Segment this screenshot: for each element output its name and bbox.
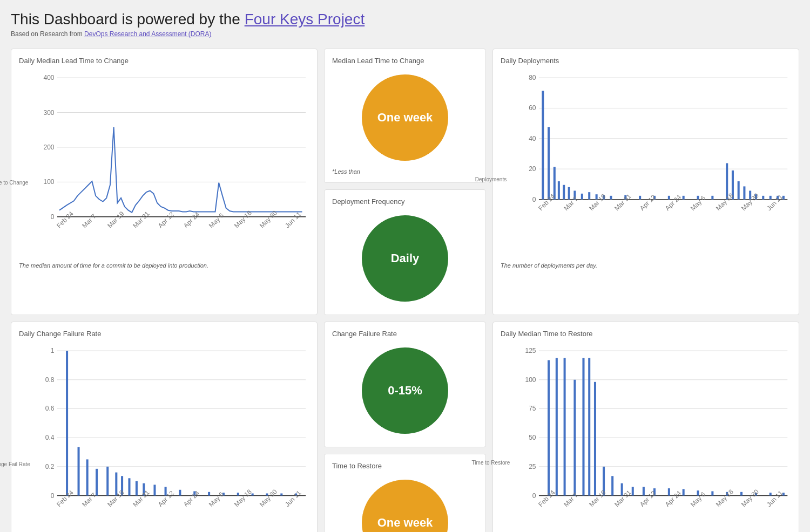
svg-text:Apr 24: Apr 24 (664, 489, 683, 508)
svg-rect-37 (568, 187, 570, 200)
svg-text:Feb 24: Feb 24 (537, 488, 557, 508)
dora-link[interactable]: DevOps Research and Assessment (DORA) (84, 30, 211, 38)
svg-rect-92 (136, 481, 138, 496)
svg-text:May 30: May 30 (258, 488, 279, 508)
deployment-frequency-title: Deployment Frequency (332, 197, 404, 206)
lead-time-chart-title: Daily Median Lead Time to Change (19, 57, 309, 65)
svg-text:Jun 11: Jun 11 (284, 210, 303, 230)
svg-rect-146 (740, 492, 742, 496)
svg-rect-47 (668, 196, 670, 200)
svg-rect-34 (554, 167, 556, 199)
four-keys-link[interactable]: Four Keys Project (245, 11, 365, 28)
svg-rect-43 (610, 196, 612, 200)
dashboard-grid: Daily Median Lead Time to Change Time to… (11, 49, 799, 532)
svg-rect-131 (573, 380, 576, 496)
svg-rect-98 (208, 492, 210, 496)
lead-time-chart-caption: The median amount of time for a commit t… (19, 262, 309, 270)
svg-text:80: 80 (529, 74, 536, 81)
lead-time-chart-wrapper: Time to Change 400 300 200 100 0 Feb (19, 69, 309, 257)
svg-text:Mar 31: Mar 31 (613, 193, 633, 213)
svg-rect-54 (743, 186, 745, 199)
svg-rect-85 (78, 447, 80, 496)
svg-text:Apr 12: Apr 12 (638, 193, 657, 212)
svg-text:400: 400 (43, 74, 54, 81)
svg-text:Mar 19: Mar 19 (588, 488, 608, 508)
daily-deployments-y-axis-label: Deployments (475, 176, 507, 182)
svg-rect-134 (594, 382, 596, 496)
svg-rect-48 (683, 196, 685, 200)
daily-time-to-restore-chart-wrapper: Time to Restore 125 100 75 50 25 0 (501, 342, 791, 532)
svg-text:200: 200 (43, 144, 54, 151)
svg-text:0: 0 (532, 196, 536, 203)
center-column-top: Median Lead Time to Change One week *Les… (324, 49, 486, 315)
lead-time-svg: 400 300 200 100 0 Feb 24 Mar 7 Mar 19 (34, 69, 309, 228)
svg-rect-133 (588, 358, 590, 496)
svg-text:Apr 12: Apr 12 (157, 210, 176, 229)
svg-text:Jun 11: Jun 11 (284, 489, 303, 508)
page-subtitle: Based on Research from DevOps Research a… (11, 30, 799, 38)
svg-text:Jun 11: Jun 11 (765, 193, 785, 212)
svg-text:0.6: 0.6 (45, 405, 55, 412)
svg-text:Mar 31: Mar 31 (131, 210, 151, 230)
svg-rect-58 (770, 196, 772, 200)
time-to-restore-metric-card: Time to Restore One week *Less than (324, 454, 486, 532)
svg-rect-144 (711, 491, 713, 495)
svg-text:20: 20 (529, 165, 536, 173)
page-title: This Dashboard is powered by the Four Ke… (11, 11, 799, 28)
svg-text:60: 60 (529, 104, 536, 112)
svg-rect-86 (86, 459, 89, 495)
daily-time-to-restore-card: Daily Median Time to Restore Time to Res… (492, 322, 799, 532)
svg-rect-94 (153, 485, 156, 495)
median-lead-time-circle: One week (362, 74, 448, 161)
svg-rect-132 (582, 358, 584, 496)
svg-rect-84 (66, 351, 68, 495)
svg-text:Mar 19: Mar 19 (106, 210, 126, 230)
svg-rect-33 (548, 127, 550, 199)
svg-text:40: 40 (529, 135, 536, 142)
svg-text:100: 100 (43, 178, 54, 186)
svg-rect-142 (683, 489, 685, 495)
svg-text:125: 125 (525, 347, 536, 354)
daily-deployments-caption: The number of deployments per day. (501, 262, 791, 270)
svg-text:100: 100 (525, 376, 536, 384)
daily-time-to-restore-title: Daily Median Time to Restore (501, 330, 791, 338)
svg-rect-57 (762, 196, 764, 200)
change-failure-rate-chart-title: Daily Change Failure Rate (19, 330, 309, 338)
svg-rect-103 (280, 493, 282, 495)
svg-text:50: 50 (529, 434, 536, 441)
svg-text:Apr 24: Apr 24 (182, 210, 201, 229)
svg-rect-100 (237, 493, 239, 495)
svg-text:May 18: May 18 (233, 488, 253, 508)
page-header: This Dashboard is powered by the Four Ke… (11, 11, 799, 38)
svg-text:0: 0 (532, 492, 536, 500)
svg-text:Feb 24: Feb 24 (55, 210, 75, 230)
center-column-bottom: Change Failure Rate 0-15% Time to Restor… (324, 322, 486, 532)
svg-rect-39 (581, 194, 583, 200)
daily-time-to-restore-y-label: Time to Restore (472, 460, 510, 466)
change-failure-rate-y-label: Change Fail Rate (0, 461, 30, 467)
svg-text:Apr 24: Apr 24 (182, 489, 201, 508)
svg-text:Mar 7: Mar 7 (80, 491, 98, 508)
svg-text:Apr 12: Apr 12 (638, 489, 657, 508)
svg-text:Mar 7: Mar 7 (80, 212, 98, 229)
daily-deployments-card: Daily Deployments Deployments 80 60 40 2… (492, 49, 799, 315)
svg-rect-87 (96, 469, 98, 496)
change-failure-rate-circle-container: 0-15% (332, 342, 478, 439)
lead-time-y-axis-label: Time to Change (0, 180, 28, 186)
svg-text:1: 1 (51, 347, 55, 354)
change-failure-rate-svg: 1 0.8 0.6 0.4 0.2 0 (34, 342, 309, 516)
svg-text:0.8: 0.8 (45, 376, 55, 384)
daily-deployments-svg: 80 60 40 20 0 (516, 69, 791, 228)
svg-text:May 6: May 6 (207, 212, 225, 229)
deployment-frequency-circle-container: Daily (332, 210, 478, 307)
svg-text:75: 75 (529, 405, 536, 412)
svg-rect-45 (639, 196, 641, 200)
svg-rect-40 (588, 192, 590, 199)
change-failure-rate-chart-wrapper: Change Fail Rate 1 0.8 0.6 0.4 0.2 0 (19, 342, 309, 532)
svg-rect-88 (106, 467, 109, 496)
svg-text:Mar 31: Mar 31 (131, 488, 151, 508)
daily-deployments-chart-wrapper: Deployments 80 60 40 20 0 (501, 69, 791, 257)
svg-text:0.4: 0.4 (45, 434, 55, 441)
svg-text:Apr 24: Apr 24 (664, 193, 683, 212)
time-to-restore-circle: One week (362, 480, 448, 532)
